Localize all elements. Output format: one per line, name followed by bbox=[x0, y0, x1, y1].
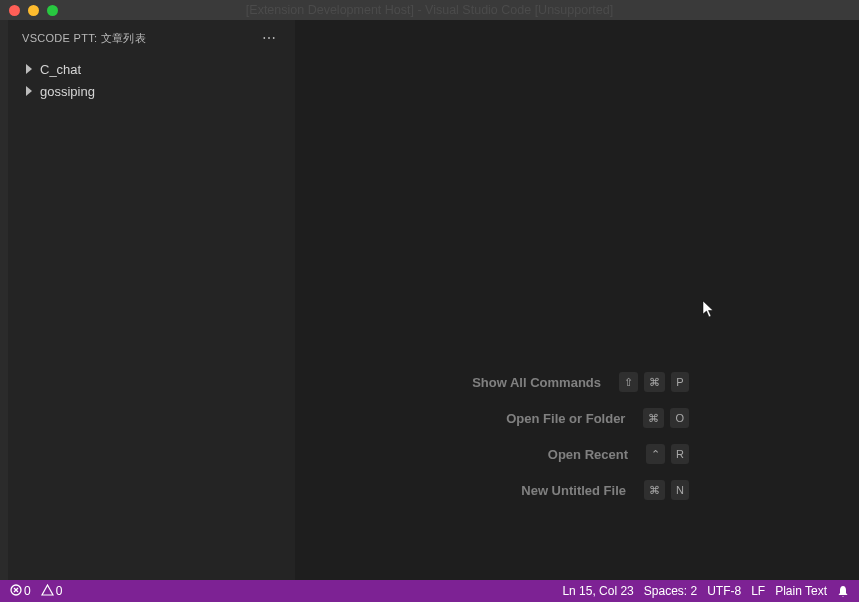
cmd-label: Open File or Folder bbox=[506, 411, 625, 426]
window-title: [Extension Development Host] - Visual St… bbox=[246, 3, 613, 17]
statusbar-right: Ln 15, Col 23 Spaces: 2 UTF-8 LF Plain T… bbox=[562, 584, 849, 598]
tree-item[interactable]: gossiping bbox=[8, 80, 295, 102]
key-group: ⌃ R bbox=[646, 444, 689, 464]
cmd-show-all-commands: Show All Commands ⇧ ⌘ P bbox=[472, 372, 689, 392]
cmd-open-recent: Open Recent ⌃ R bbox=[548, 444, 689, 464]
welcome-commands: Show All Commands ⇧ ⌘ P Open File or Fol… bbox=[472, 372, 689, 500]
tree-item[interactable]: C_chat bbox=[8, 58, 295, 80]
titlebar: [Extension Development Host] - Visual St… bbox=[0, 0, 859, 20]
key: P bbox=[671, 372, 689, 392]
error-count: 0 bbox=[24, 584, 31, 598]
close-window-button[interactable] bbox=[9, 5, 20, 16]
tree-item-label: gossiping bbox=[40, 84, 95, 99]
status-eol[interactable]: LF bbox=[751, 584, 765, 598]
editor-area: Show All Commands ⇧ ⌘ P Open File or Fol… bbox=[295, 20, 859, 580]
status-warnings[interactable]: 0 bbox=[41, 584, 63, 599]
cmd-open-file: Open File or Folder ⌘ O bbox=[506, 408, 689, 428]
key: N bbox=[671, 480, 689, 500]
chevron-right-icon bbox=[24, 86, 34, 96]
key: O bbox=[670, 408, 689, 428]
chevron-right-icon bbox=[24, 64, 34, 74]
activity-bar[interactable] bbox=[0, 20, 8, 580]
error-icon bbox=[10, 584, 22, 599]
key: ⌃ bbox=[646, 444, 665, 464]
main-area: VSCODE PTT: 文章列表 ⋯ C_chat gossiping bbox=[0, 20, 859, 580]
mouse-cursor-icon bbox=[702, 300, 716, 322]
bell-icon[interactable] bbox=[837, 585, 849, 598]
warning-icon bbox=[41, 584, 54, 599]
cmd-new-untitled: New Untitled File ⌘ N bbox=[521, 480, 689, 500]
window-controls bbox=[0, 5, 58, 16]
warning-count: 0 bbox=[56, 584, 63, 598]
sidebar-title: VSCODE PTT: 文章列表 bbox=[22, 31, 146, 46]
key: ⌘ bbox=[644, 480, 665, 500]
sidebar: VSCODE PTT: 文章列表 ⋯ C_chat gossiping bbox=[8, 20, 295, 580]
key-group: ⌘ O bbox=[643, 408, 689, 428]
cmd-label: Show All Commands bbox=[472, 375, 601, 390]
key: ⇧ bbox=[619, 372, 638, 392]
cmd-label: Open Recent bbox=[548, 447, 628, 462]
key-group: ⇧ ⌘ P bbox=[619, 372, 689, 392]
cmd-label: New Untitled File bbox=[521, 483, 626, 498]
statusbar-left: 0 0 bbox=[10, 584, 62, 599]
key-group: ⌘ N bbox=[644, 480, 689, 500]
status-cursor-position[interactable]: Ln 15, Col 23 bbox=[562, 584, 633, 598]
sidebar-header: VSCODE PTT: 文章列表 ⋯ bbox=[8, 20, 295, 56]
tree-item-label: C_chat bbox=[40, 62, 81, 77]
statusbar: 0 0 Ln 15, Col 23 Spaces: 2 UTF-8 LF Pla… bbox=[0, 580, 859, 602]
key: R bbox=[671, 444, 689, 464]
sidebar-tree: C_chat gossiping bbox=[8, 56, 295, 104]
status-indentation[interactable]: Spaces: 2 bbox=[644, 584, 697, 598]
sidebar-more-button[interactable]: ⋯ bbox=[258, 30, 281, 46]
status-language-mode[interactable]: Plain Text bbox=[775, 584, 827, 598]
maximize-window-button[interactable] bbox=[47, 5, 58, 16]
status-errors[interactable]: 0 bbox=[10, 584, 31, 599]
status-encoding[interactable]: UTF-8 bbox=[707, 584, 741, 598]
key: ⌘ bbox=[643, 408, 664, 428]
minimize-window-button[interactable] bbox=[28, 5, 39, 16]
key: ⌘ bbox=[644, 372, 665, 392]
